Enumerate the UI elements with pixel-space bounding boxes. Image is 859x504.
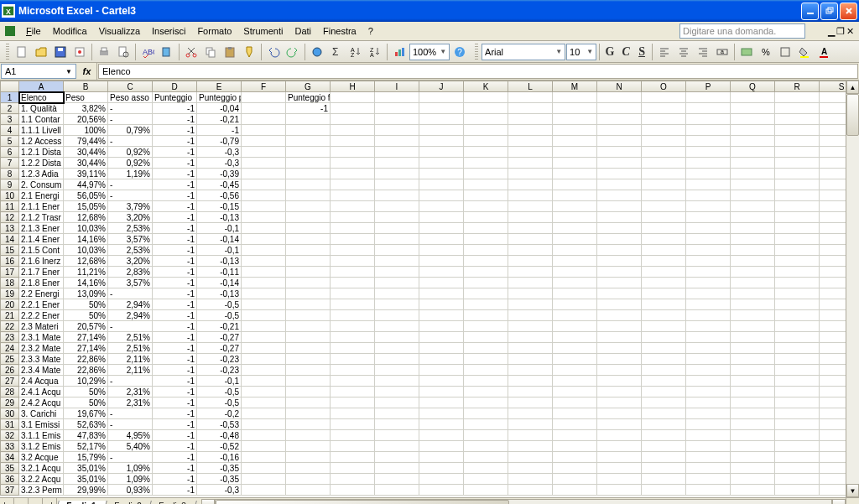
cell[interactable]: -1 [153, 441, 197, 452]
cell[interactable] [419, 125, 464, 136]
cell[interactable]: 2. Consum [19, 179, 64, 190]
cell[interactable] [553, 354, 597, 365]
cell[interactable]: -1 [153, 190, 197, 201]
cell[interactable] [419, 376, 464, 387]
cell[interactable] [775, 125, 820, 136]
col-header-G[interactable]: G [286, 81, 331, 92]
cell[interactable] [775, 332, 820, 343]
cell[interactable]: -0,14 [197, 234, 242, 245]
cell[interactable] [731, 245, 775, 256]
cell[interactable] [464, 267, 508, 278]
cell[interactable]: 12,68% [64, 256, 108, 267]
cell[interactable] [508, 365, 553, 376]
cell[interactable] [686, 169, 731, 179]
cell[interactable] [375, 234, 419, 245]
cell[interactable] [508, 234, 553, 245]
cell[interactable] [464, 169, 508, 179]
cell[interactable] [731, 158, 775, 169]
table-row[interactable]: 152.1.5 Cont10,03%2,53%-1-0,1 [1, 245, 846, 256]
cell[interactable] [331, 136, 375, 147]
cell[interactable]: 2.1.5 Cont [19, 245, 64, 256]
table-row[interactable]: 21. Qualità 3,82%--1-0,04-1 [1, 103, 846, 114]
cell[interactable]: -0,35 [197, 474, 242, 485]
cell[interactable] [419, 114, 464, 125]
cell[interactable] [597, 397, 642, 408]
cell[interactable]: 2,11% [108, 365, 153, 376]
cell[interactable] [508, 299, 553, 310]
cell[interactable] [775, 474, 820, 485]
cell[interactable] [731, 278, 775, 288]
cell[interactable] [731, 397, 775, 408]
cell[interactable] [642, 387, 686, 397]
cell[interactable] [242, 343, 286, 354]
row-header[interactable]: 10 [1, 190, 19, 201]
cell[interactable]: 2.2.2 Ener [19, 310, 64, 321]
cell[interactable] [642, 267, 686, 278]
cell[interactable] [375, 201, 419, 212]
cell[interactable] [508, 223, 553, 234]
cell[interactable] [553, 92, 597, 103]
cell[interactable] [508, 278, 553, 288]
table-row[interactable]: 192.2 Energi13,09%--1-0,13 [1, 288, 846, 299]
cell[interactable] [731, 288, 775, 299]
cell[interactable] [820, 125, 846, 136]
cell[interactable]: -1 [153, 169, 197, 179]
cell[interactable]: 13,09% [64, 288, 108, 299]
close-button[interactable] [840, 3, 857, 20]
cell[interactable]: 12,68% [64, 212, 108, 223]
row-header[interactable]: 21 [1, 310, 19, 321]
cell[interactable] [331, 310, 375, 321]
cell[interactable] [331, 365, 375, 376]
cell[interactable] [775, 147, 820, 158]
cell[interactable] [820, 114, 846, 125]
sheet-tab-foglio3[interactable]: Foglio3 [148, 501, 197, 504]
table-row[interactable]: 272.4 Acqua10,29%--1-0,1 [1, 376, 846, 387]
cell[interactable]: 1,09% [108, 463, 153, 474]
cell[interactable]: 2.1.6 Inerz [19, 256, 64, 267]
cell[interactable] [597, 136, 642, 147]
font-color-button[interactable]: A [815, 43, 833, 61]
cell[interactable]: 22,86% [64, 354, 108, 365]
cell[interactable] [553, 158, 597, 169]
cell[interactable] [419, 485, 464, 496]
cell[interactable] [286, 365, 331, 376]
cell[interactable] [597, 332, 642, 343]
cell[interactable] [731, 430, 775, 441]
cell[interactable] [820, 452, 846, 463]
cell[interactable] [286, 430, 331, 441]
format-painter-button[interactable] [240, 43, 258, 61]
cell[interactable]: 35,01% [64, 463, 108, 474]
cell[interactable] [508, 485, 553, 496]
align-center-button[interactable] [674, 43, 693, 61]
cell[interactable] [286, 408, 331, 419]
cell[interactable]: 2.1.7 Ener [19, 267, 64, 278]
cell[interactable] [286, 223, 331, 234]
cell[interactable] [331, 288, 375, 299]
cell[interactable] [820, 245, 846, 256]
cell[interactable] [331, 158, 375, 169]
cell[interactable] [553, 474, 597, 485]
column-headers[interactable]: A B C D E F G H I J K L M N O P Q [1, 81, 846, 92]
cell[interactable] [508, 92, 553, 103]
cell[interactable] [820, 299, 846, 310]
table-row[interactable]: 122.1.2 Trasr12,68%3,20%-1-0,13 [1, 212, 846, 223]
cell[interactable] [775, 463, 820, 474]
cell[interactable] [686, 234, 731, 245]
cell[interactable] [375, 136, 419, 147]
cell[interactable] [419, 92, 464, 103]
cell[interactable] [775, 397, 820, 408]
cell[interactable] [242, 147, 286, 158]
cell[interactable]: -0,3 [197, 485, 242, 496]
cell[interactable] [464, 125, 508, 136]
cell[interactable] [331, 114, 375, 125]
table-row[interactable]: 92. Consum44,97%--1-0,45 [1, 179, 846, 190]
cell[interactable] [464, 408, 508, 419]
cell[interactable] [686, 474, 731, 485]
cell[interactable] [731, 147, 775, 158]
cell[interactable]: -0,04 [197, 103, 242, 114]
cell[interactable] [375, 103, 419, 114]
cell[interactable]: 27,14% [64, 343, 108, 354]
cell[interactable]: 2.3.2 Mate [19, 343, 64, 354]
cell[interactable] [242, 430, 286, 441]
cell[interactable] [686, 103, 731, 114]
